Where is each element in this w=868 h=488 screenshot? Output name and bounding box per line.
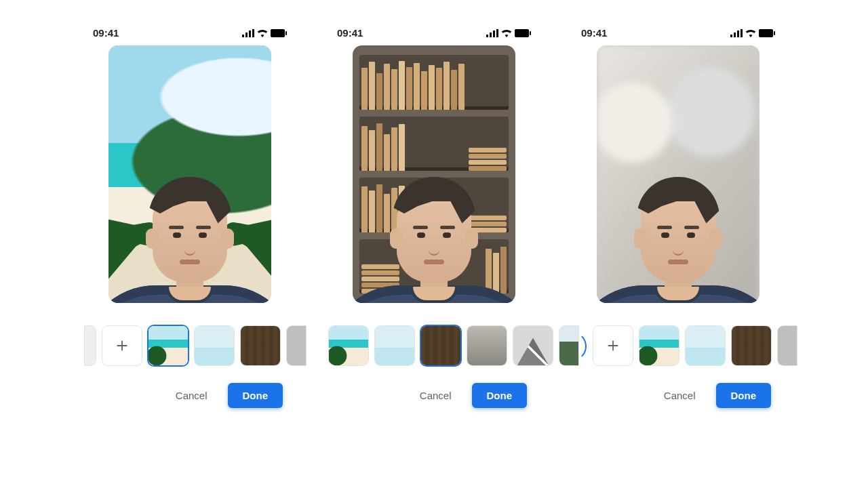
status-icons bbox=[730, 29, 775, 37]
svg-rect-10 bbox=[515, 29, 529, 37]
person-portrait bbox=[597, 117, 760, 303]
background-preview bbox=[597, 45, 760, 303]
background-preview bbox=[353, 45, 515, 303]
done-button[interactable]: Done bbox=[472, 383, 528, 408]
thumbnail-strip[interactable] bbox=[573, 326, 797, 365]
battery-icon bbox=[759, 29, 775, 37]
phone-screen-bookshelf: 09:41 bbox=[329, 27, 539, 408]
cancel-button[interactable]: Cancel bbox=[416, 389, 456, 402]
thumb-beach2[interactable] bbox=[195, 326, 234, 365]
svg-rect-6 bbox=[486, 35, 488, 37]
person-portrait bbox=[108, 117, 271, 303]
status-bar: 09:41 bbox=[85, 27, 295, 45]
thumb-bookshelf[interactable] bbox=[241, 326, 280, 365]
done-button[interactable]: Done bbox=[228, 383, 283, 408]
thumb-beach[interactable] bbox=[149, 326, 188, 365]
svg-rect-16 bbox=[759, 29, 773, 37]
thumbnail-strip[interactable] bbox=[85, 326, 306, 365]
thumb-partial-right[interactable] bbox=[778, 326, 797, 365]
svg-rect-9 bbox=[496, 29, 498, 37]
add-background-button[interactable] bbox=[593, 326, 633, 365]
action-row: Cancel Done bbox=[573, 383, 771, 408]
thumb-partial-right[interactable] bbox=[287, 326, 306, 365]
svg-rect-8 bbox=[493, 30, 495, 37]
thumb-beach2[interactable] bbox=[375, 326, 414, 365]
svg-rect-11 bbox=[530, 31, 531, 35]
svg-rect-3 bbox=[252, 29, 254, 37]
status-icons bbox=[242, 29, 287, 37]
svg-rect-13 bbox=[734, 33, 736, 37]
wifi-icon bbox=[257, 29, 268, 37]
svg-rect-0 bbox=[242, 35, 244, 37]
thumb-partial-left[interactable] bbox=[85, 326, 96, 365]
status-time: 09:41 bbox=[93, 27, 119, 39]
phone-screen-beach: 09:41 bbox=[85, 27, 295, 408]
thumb-beach2[interactable] bbox=[686, 326, 725, 365]
svg-rect-2 bbox=[249, 30, 251, 37]
status-time: 09:41 bbox=[337, 27, 363, 39]
plus-icon bbox=[115, 338, 130, 353]
svg-rect-4 bbox=[271, 29, 285, 37]
thumb-bookshelf[interactable] bbox=[421, 326, 460, 365]
phone-screen-blur: 09:41 Cancel Done bbox=[573, 27, 783, 408]
status-bar: 09:41 bbox=[329, 27, 539, 45]
cancel-button[interactable]: Cancel bbox=[660, 389, 700, 402]
background-preview bbox=[108, 45, 271, 303]
signal-icon bbox=[486, 29, 498, 37]
add-background-button[interactable] bbox=[102, 326, 142, 365]
screenshot-row: 09:41 bbox=[0, 0, 868, 422]
plus-icon bbox=[606, 338, 620, 353]
svg-rect-7 bbox=[490, 33, 492, 37]
wifi-icon bbox=[745, 29, 756, 37]
status-bar: 09:41 bbox=[573, 27, 783, 45]
svg-rect-17 bbox=[774, 31, 775, 35]
action-row: Cancel Done bbox=[85, 383, 283, 408]
thumb-beach[interactable] bbox=[329, 326, 368, 365]
signal-icon bbox=[242, 29, 254, 37]
svg-rect-14 bbox=[737, 30, 739, 37]
svg-rect-1 bbox=[245, 33, 248, 37]
signal-icon bbox=[730, 29, 743, 37]
thumb-beach[interactable] bbox=[639, 326, 679, 365]
svg-rect-15 bbox=[741, 29, 743, 37]
thumbnail-strip[interactable] bbox=[329, 326, 578, 365]
action-row: Cancel Done bbox=[329, 383, 527, 408]
wifi-icon bbox=[501, 29, 512, 37]
status-icons bbox=[486, 29, 531, 37]
thumb-mountain[interactable] bbox=[513, 326, 553, 365]
person-portrait bbox=[353, 117, 515, 303]
thumb-bookshelf[interactable] bbox=[732, 326, 771, 365]
svg-rect-5 bbox=[285, 31, 287, 35]
thumb-road[interactable] bbox=[467, 326, 507, 365]
battery-icon bbox=[515, 29, 531, 37]
thumb-blur-partial[interactable] bbox=[573, 326, 587, 365]
done-button[interactable]: Done bbox=[716, 383, 772, 408]
cancel-button[interactable]: Cancel bbox=[172, 389, 212, 402]
status-time: 09:41 bbox=[581, 27, 607, 39]
battery-icon bbox=[271, 29, 287, 37]
svg-rect-12 bbox=[730, 35, 732, 37]
